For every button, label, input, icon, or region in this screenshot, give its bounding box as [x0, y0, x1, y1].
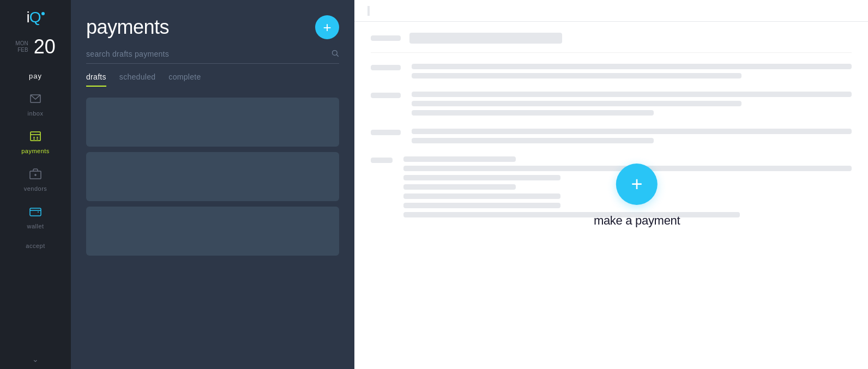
svg-rect-10	[30, 208, 41, 216]
vendors-icon	[29, 167, 42, 182]
make-payment-label: make a payment	[594, 214, 680, 228]
skeleton-line	[403, 212, 740, 217]
sidebar-item-pay[interactable]: pay	[0, 66, 71, 84]
search-input[interactable]	[86, 50, 331, 58]
sidebar-bottom: ⌄	[0, 355, 71, 369]
sidebar-item-pay-label: pay	[29, 72, 42, 80]
wallet-icon	[29, 205, 42, 220]
chevron-down-icon[interactable]: ⌄	[32, 355, 39, 364]
skeleton-line	[412, 92, 852, 97]
sidebar-nav: pay inbox	[0, 66, 71, 355]
sidebar-item-inbox[interactable]: inbox	[0, 84, 71, 122]
sidebar-item-vendors[interactable]: vendors	[0, 160, 71, 197]
payments-panel: payments + drafts scheduled complete	[71, 0, 354, 369]
tab-complete[interactable]: complete	[168, 72, 201, 87]
skeleton-line	[403, 203, 560, 208]
right-panel: + make a payment	[354, 0, 868, 369]
skeleton-line	[412, 138, 654, 143]
skeleton-label-1	[371, 35, 401, 41]
right-top-bar	[354, 0, 868, 22]
top-bar-line	[367, 6, 370, 16]
tab-scheduled[interactable]: scheduled	[119, 72, 156, 87]
sidebar-item-payments-label: payments	[21, 148, 50, 154]
payments-title: payments	[86, 16, 169, 39]
logo-dot	[41, 12, 45, 15]
logo: iQ	[0, 0, 71, 33]
logo-text: iQ	[26, 10, 40, 25]
skeleton-line	[403, 193, 560, 199]
skeleton-line	[412, 129, 852, 134]
skeleton-row-3	[371, 129, 852, 143]
draft-card-1[interactable]	[86, 98, 339, 147]
search-icon-button[interactable]	[331, 49, 339, 59]
right-content: + make a payment	[354, 22, 868, 369]
sidebar-item-wallet[interactable]: wallet	[0, 197, 71, 235]
skeleton-line	[403, 175, 560, 180]
skeleton-row-label-1	[371, 65, 401, 70]
skeleton-row-label-4	[371, 158, 393, 163]
skeleton-line	[403, 184, 516, 190]
sidebar-item-wallet-label: wallet	[27, 223, 44, 229]
skeleton-row-label-2	[371, 93, 401, 98]
svg-line-12	[336, 55, 338, 56]
payments-header: payments +	[71, 0, 354, 49]
date-label-mon: MON	[15, 40, 28, 47]
drafts-list	[71, 98, 354, 256]
skeleton-line	[412, 110, 654, 116]
add-payment-button[interactable]: +	[315, 15, 339, 39]
skeleton-line	[412, 64, 852, 69]
svg-point-11	[333, 51, 337, 56]
skeleton-line	[412, 101, 742, 106]
sidebar: iQ MON FEB 20 pay inbox	[0, 0, 71, 369]
sidebar-item-payments[interactable]: payments	[0, 122, 71, 160]
payments-icon	[29, 130, 42, 144]
inbox-icon	[29, 92, 42, 107]
make-payment-overlay: + make a payment	[594, 164, 680, 228]
tabs: drafts scheduled complete	[71, 72, 354, 87]
sidebar-item-accept-label: accept	[26, 243, 45, 249]
skeleton-row-1	[371, 64, 852, 78]
sidebar-item-inbox-label: inbox	[28, 110, 44, 117]
date-widget: MON FEB 20	[0, 33, 71, 66]
search-bar	[86, 49, 339, 64]
skeleton-row-lines-3	[412, 129, 852, 143]
draft-card-3[interactable]	[86, 207, 339, 256]
draft-card-2[interactable]	[86, 152, 339, 201]
skeleton-header-bar	[409, 33, 562, 44]
date-label-feb: FEB	[17, 47, 28, 53]
date-day: 20	[34, 37, 56, 57]
skeleton-row-label-3	[371, 130, 401, 135]
sidebar-item-vendors-label: vendors	[24, 185, 47, 192]
skeleton-line	[403, 156, 516, 162]
sidebar-item-accept[interactable]: accept	[0, 235, 71, 255]
skeleton-row-lines-2	[412, 92, 852, 116]
tab-drafts[interactable]: drafts	[86, 72, 106, 87]
svg-rect-1	[31, 132, 40, 141]
make-payment-button[interactable]: +	[616, 164, 658, 205]
skeleton-line	[412, 73, 742, 78]
skeleton-row-2	[371, 92, 852, 116]
skeleton-row-lines-1	[412, 64, 852, 78]
